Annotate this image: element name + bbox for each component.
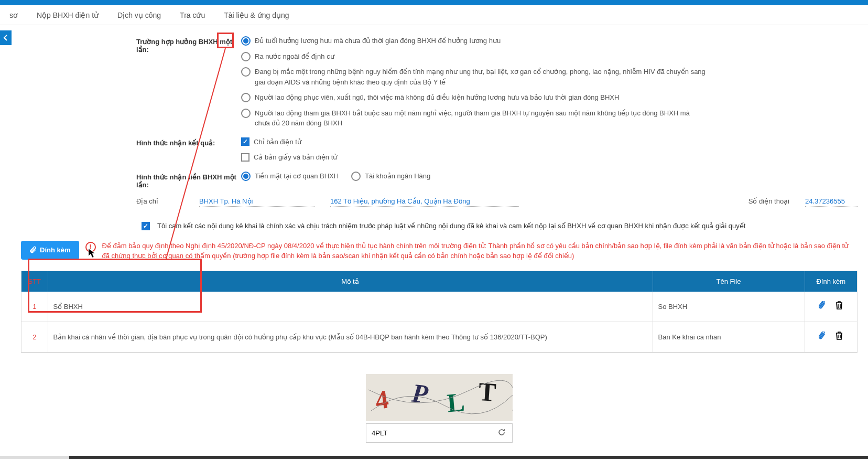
radio-case-2[interactable] <box>241 67 251 77</box>
warning-icon: ! <box>85 242 96 252</box>
radio-case-3[interactable] <box>241 93 251 102</box>
captcha-input[interactable] <box>366 424 491 442</box>
bottom-strip <box>0 456 868 459</box>
radio-case-4-label: Người lao động tham gia BHXH bắt buộc sa… <box>255 108 706 129</box>
radio-money-0-label: Tiền mặt tại cơ quan BHXH <box>255 171 339 182</box>
attach-button[interactable]: Đính kèm <box>21 241 79 260</box>
cell-file: So BHXH <box>653 292 805 322</box>
nav-bar: sơ Nộp BHXH điện tử Dịch vụ công Tra cứu… <box>0 5 868 25</box>
nav-item-tailieu[interactable]: Tài liệu & ứng dụng <box>214 5 298 25</box>
attach-file-icon[interactable] <box>819 301 826 312</box>
nav-item-nop[interactable]: Nộp BHXH điện tử <box>27 5 108 25</box>
case-label: Trường hợp hưởng BHXH một lần: <box>136 36 241 54</box>
checkbox-commit[interactable] <box>142 222 150 230</box>
table-row: 1 Sổ BHXH So BHXH <box>21 292 857 322</box>
commit-text: Tôi cam kết các nội dung kê khai là chín… <box>157 222 745 230</box>
phone-label: Số điện thoại <box>748 197 789 205</box>
radio-case-3-label: Người lao động phục viên, xuất ngũ, thôi… <box>255 92 619 103</box>
radio-case-1[interactable] <box>241 52 251 61</box>
table-row: 2 Bản khai cá nhân về thời gian, địa bàn… <box>21 322 857 352</box>
warning-text: Để đảm bảo quy định theo Nghị định 45/20… <box>102 241 858 261</box>
checkbox-result-0[interactable] <box>241 137 249 146</box>
result-label: Hình thức nhận kết quả: <box>136 137 241 147</box>
nav-item-dichvu[interactable]: Dịch vụ công <box>108 5 170 25</box>
refresh-captcha-icon[interactable] <box>491 428 512 438</box>
checkbox-result-1[interactable] <box>241 153 249 162</box>
addr-label: Địa chỉ <box>136 197 183 205</box>
checkbox-result-1-label: Cả bản giấy và bản điện tử <box>254 152 337 163</box>
phone-value[interactable]: 24.37236555 <box>805 197 858 207</box>
radio-case-0-label: Đủ tuổi hưởng lương hưu mà chưa đủ thời … <box>255 36 501 46</box>
th-stt: STT <box>21 271 48 292</box>
money-label: Hình thức nhận tiền BHXH một lần: <box>136 171 241 189</box>
addr-org-value[interactable]: BHXH Tp. Hà Nội <box>199 197 314 207</box>
attach-button-label: Đính kèm <box>40 246 71 254</box>
cell-desc: Sổ BHXH <box>48 292 653 322</box>
radio-case-0[interactable] <box>241 36 251 46</box>
radio-money-0[interactable] <box>241 172 251 181</box>
captcha-image: 4 P L T <box>366 374 513 421</box>
top-bar <box>0 0 868 5</box>
th-file: Tên File <box>653 271 805 292</box>
th-desc: Mô tả <box>48 271 653 292</box>
th-attach: Đính kèm <box>805 271 857 292</box>
paperclip-icon <box>29 246 37 254</box>
radio-money-1-label: Tài khoản ngân Hàng <box>365 171 430 182</box>
cell-desc: Bản khai cá nhân về thời gian, địa bàn p… <box>48 322 653 352</box>
addr-detail-value[interactable]: 162 Tô Hiệu, phường Hà Cầu, Quận Hà Đông <box>330 197 519 207</box>
radio-case-4[interactable] <box>241 109 251 118</box>
attachments-table: STT Mô tả Tên File Đính kèm 1 Sổ BHXH So… <box>21 271 858 353</box>
nav-item-tracuu[interactable]: Tra cứu <box>170 5 214 25</box>
delete-icon[interactable] <box>836 332 843 343</box>
radio-case-2-label: Đang bị mắc một trong những bệnh nguy hi… <box>255 67 706 87</box>
cell-stt: 1 <box>21 292 48 322</box>
cell-file: Ban Ke khai ca nhan <box>653 322 805 352</box>
radio-money-1[interactable] <box>351 172 361 181</box>
checkbox-result-0-label: Chỉ bản điện tử <box>254 137 301 147</box>
attach-file-icon[interactable] <box>819 332 826 343</box>
cell-stt: 2 <box>21 322 48 352</box>
delete-icon[interactable] <box>836 301 843 312</box>
radio-case-1-label: Ra nước ngoài để định cư <box>255 51 334 62</box>
nav-item-so[interactable]: sơ <box>0 5 27 25</box>
